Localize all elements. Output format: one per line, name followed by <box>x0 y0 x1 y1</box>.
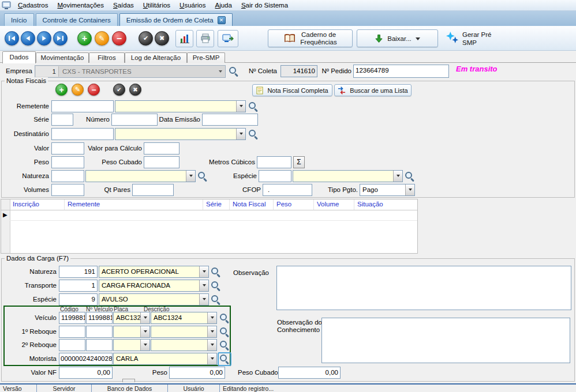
carga-group-title: Dados da Carga (F7) <box>5 255 70 262</box>
carga-natureza-combobox[interactable]: ACERTO OPERACIONAL <box>99 266 209 278</box>
reboque2-codigo-input[interactable] <box>59 339 85 351</box>
motorista-combobox[interactable]: CARLA <box>113 353 217 365</box>
reboque1-codigo-input[interactable] <box>59 326 85 338</box>
veiculo-label: Veículo <box>12 312 57 324</box>
carga-peso-cubado-input[interactable]: 0,00 <box>278 367 341 379</box>
subtab-filtros[interactable]: Filtros <box>89 52 125 63</box>
reboque1-label: 1º Reboque <box>12 326 57 338</box>
reboque2-num-input[interactable] <box>86 339 113 351</box>
carga-especie-search-icon[interactable] <box>211 295 221 305</box>
subtab-movimentacao[interactable]: Movimentação <box>36 52 89 63</box>
carga-natureza-label: Natureza <box>12 266 57 278</box>
carga-peso-label: Peso <box>142 367 167 379</box>
reboque1-num-input[interactable] <box>86 326 113 338</box>
status-versao: Versão <box>0 385 37 392</box>
valor-nf-label: Valor NF <box>12 367 57 379</box>
obs-conhecimento-textarea[interactable] <box>321 318 570 363</box>
transporte-search-icon[interactable] <box>211 281 221 291</box>
valor-nf-input[interactable]: 0,00 <box>59 367 113 379</box>
veiculo-codigo-input[interactable]: 11998810 <box>59 312 85 324</box>
subtab-dados[interactable]: Dados <box>2 51 36 63</box>
carga-especie-code-input[interactable]: 9 <box>59 293 98 306</box>
motorista-search-icon[interactable] <box>219 354 230 364</box>
status-bar: Versão Servidor Banco de Dados Usuário E… <box>0 383 576 392</box>
status-usuario: Usuário <box>168 385 220 392</box>
motorista-label: Motorista <box>12 353 57 365</box>
reboque2-placa-combobox[interactable] <box>113 339 150 351</box>
reboque1-placa-combobox[interactable] <box>113 326 150 338</box>
reboque2-label: 2º Reboque <box>12 339 57 351</box>
notas-group-title: Notas Fiscais <box>5 77 48 85</box>
subtab-pre-smp[interactable]: Pre-SMP <box>187 52 225 63</box>
carga-natureza-search-icon[interactable] <box>211 267 221 277</box>
veiculo-num-input[interactable]: 11998810 <box>86 312 113 324</box>
reboque1-descricao-combobox[interactable] <box>151 326 217 338</box>
motorista-codigo-input[interactable]: 00000024240028 <box>59 353 113 365</box>
transporte-code-input[interactable]: 1 <box>59 280 98 292</box>
carga-peso-input[interactable]: 0,00 <box>169 367 225 379</box>
status-editando-registro: Editando registro... <box>220 385 576 392</box>
carga-natureza-code-input[interactable]: 191 <box>59 266 98 278</box>
transporte-combobox[interactable]: CARGA FRACIONADA <box>99 280 209 292</box>
reboque1-search-icon[interactable] <box>219 327 230 337</box>
status-servidor: Servidor <box>37 385 92 392</box>
carga-peso-cubado-label: Peso Cubado <box>238 367 276 379</box>
veiculo-search-icon[interactable] <box>219 313 230 323</box>
reboque2-search-icon[interactable] <box>219 340 230 350</box>
status-banco-de-dados: Banco de Dados <box>92 385 168 392</box>
observacao-label: Observação <box>227 267 269 279</box>
obs-conhecimento-label: Observação do Conhecimento <box>277 319 323 336</box>
cutoff-partial-button[interactable] <box>122 379 135 382</box>
observacao-textarea[interactable] <box>276 266 571 310</box>
veiculo-placa-combobox[interactable]: ABC1324 <box>113 312 150 324</box>
carga-especie-label: Espécie <box>12 293 57 306</box>
veiculo-descricao-combobox[interactable]: ABC1324 <box>151 312 217 324</box>
carga-especie-combobox[interactable]: AVULSO <box>99 293 209 306</box>
transporte-label: Transporte <box>12 280 57 292</box>
subtab-log-de-alteracao[interactable]: Log de Alteração <box>125 52 187 63</box>
reboque2-descricao-combobox[interactable] <box>151 339 217 351</box>
